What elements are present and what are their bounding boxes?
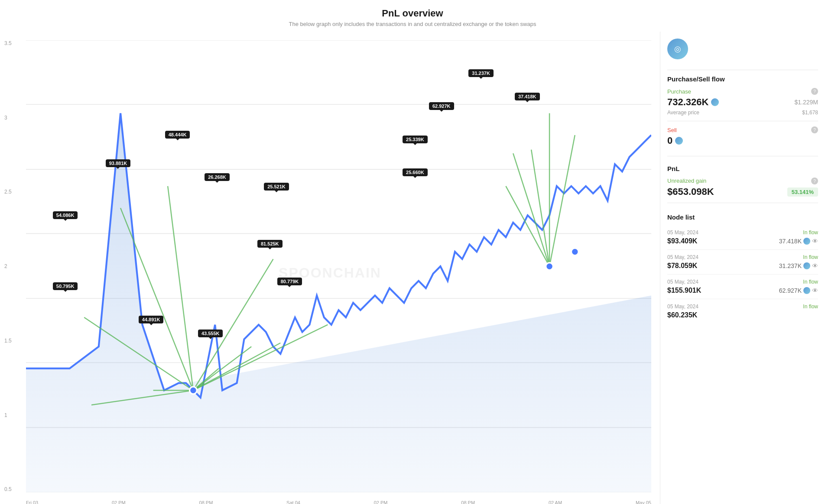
node-eye-icon-1[interactable]: 👁 bbox=[812, 238, 818, 245]
node-amount-row-1: $93.409K 37.418K 👁 bbox=[667, 237, 818, 245]
y-label-25: 2.5 bbox=[4, 189, 12, 195]
pnl-amount: $653.098K bbox=[667, 186, 714, 197]
y-axis-labels: 3.5 3 2.5 2 1.5 1 0.5 bbox=[4, 40, 12, 492]
page-title: PnL overview bbox=[0, 8, 825, 19]
x-label-sat04: Sat 04 bbox=[286, 500, 300, 504]
pnl-help-icon[interactable]: ? bbox=[811, 178, 818, 184]
node-date-row-3: 05 May, 2024 In flow bbox=[667, 279, 818, 285]
purchase-token-badge bbox=[711, 98, 719, 106]
avg-price-row: Average price $1,678 bbox=[667, 110, 818, 116]
x-label-2pm: 02 PM bbox=[112, 500, 126, 504]
y-label-05: 0.5 bbox=[4, 486, 12, 492]
x-label-may05: May 05 bbox=[636, 500, 651, 504]
node-item-4: 05 May, 2024 In flow $60.235K bbox=[667, 299, 818, 323]
node-token-badge-2 bbox=[803, 262, 810, 269]
x-label-2pm2: 02 PM bbox=[374, 500, 388, 504]
node-flow-2: In flow bbox=[803, 254, 818, 260]
node-amount-row-3: $155.901K 62.927K 👁 bbox=[667, 287, 818, 294]
node-flow-1: In flow bbox=[803, 229, 818, 236]
page-subtitle: The below graph only includes the transa… bbox=[0, 21, 825, 27]
purchase-amount: 732.326K bbox=[667, 97, 719, 108]
node-usd-3: $155.901K bbox=[667, 287, 701, 294]
sell-token-badge bbox=[675, 137, 683, 145]
node-eye-icon-3[interactable]: 👁 bbox=[812, 287, 818, 294]
sell-section: Sell ? 0 bbox=[667, 126, 818, 146]
x-label-8pm: 08 PM bbox=[199, 500, 213, 504]
chart-area: 3.5 3 2.5 2 1.5 1 0.5 SPOONCHAIN bbox=[0, 32, 660, 504]
node-date-4: 05 May, 2024 bbox=[667, 304, 698, 310]
svg-point-26 bbox=[546, 263, 553, 270]
svg-point-27 bbox=[571, 248, 578, 255]
sell-help-icon[interactable]: ? bbox=[811, 126, 818, 133]
divider-pnl bbox=[667, 156, 818, 156]
pnl-badge: 53.141% bbox=[787, 187, 818, 197]
avg-price-label: Average price bbox=[667, 110, 699, 116]
page-header: PnL overview The below graph only includ… bbox=[0, 0, 825, 32]
purchase-sell-section: Purchase/Sell flow Purchase ? 732.326K $… bbox=[667, 75, 818, 151]
node-usd-2: $78.059K bbox=[667, 262, 697, 270]
node-item-1: 05 May, 2024 In flow $93.409K 37.418K 👁 bbox=[667, 225, 818, 250]
pnl-title: PnL bbox=[667, 165, 818, 172]
node-date-row-1: 05 May, 2024 In flow bbox=[667, 229, 818, 236]
node-token-2: 31.237K 👁 bbox=[779, 262, 818, 269]
avatar: ◎ bbox=[667, 39, 688, 59]
sell-label: Sell ? bbox=[667, 126, 818, 133]
node-date-3: 05 May, 2024 bbox=[667, 279, 698, 285]
node-list-title: Node list bbox=[667, 213, 818, 221]
x-label-fri03: Fri 03 bbox=[26, 500, 38, 504]
x-label-8pm2: 08 PM bbox=[461, 500, 475, 504]
purchase-section: Purchase ? 732.326K $1.229M Average pric… bbox=[667, 88, 818, 116]
purchase-amount-row: 732.326K $1.229M bbox=[667, 97, 818, 108]
node-eye-icon-2[interactable]: 👁 bbox=[812, 262, 818, 269]
unrealized-label: Unrealized gain ? bbox=[667, 178, 818, 184]
node-list-section: Node list 05 May, 2024 In flow $93.409K … bbox=[667, 213, 818, 323]
purchase-usd: $1.229M bbox=[795, 99, 818, 106]
main-content: 3.5 3 2.5 2 1.5 1 0.5 SPOONCHAIN bbox=[0, 32, 825, 504]
x-axis-labels: Fri 03 02 PM 08 PM Sat 04 02 PM 08 PM 02… bbox=[26, 500, 651, 504]
sidebar: ◎ Purchase/Sell flow Purchase ? 732.326K… bbox=[660, 32, 825, 504]
node-flow-3: In flow bbox=[803, 279, 818, 285]
divider-1 bbox=[667, 70, 818, 70]
purchase-sell-title: Purchase/Sell flow bbox=[667, 75, 818, 83]
svg-point-25 bbox=[190, 387, 197, 394]
divider-sell bbox=[667, 121, 818, 121]
avatar-icon: ◎ bbox=[674, 44, 681, 54]
y-label-35: 3.5 bbox=[4, 40, 12, 46]
node-item-2: 05 May, 2024 In flow $78.059K 31.237K 👁 bbox=[667, 250, 818, 275]
node-usd-1: $93.409K bbox=[667, 237, 697, 245]
y-label-15: 1.5 bbox=[4, 338, 12, 344]
node-date-1: 05 May, 2024 bbox=[667, 229, 698, 236]
purchase-help-icon[interactable]: ? bbox=[811, 88, 818, 95]
chart-container: 3.5 3 2.5 2 1.5 1 0.5 SPOONCHAIN bbox=[0, 36, 660, 504]
y-label-1: 1 bbox=[4, 412, 12, 418]
node-date-row-4: 05 May, 2024 In flow bbox=[667, 304, 818, 310]
node-usd-4: $60.235K bbox=[667, 311, 697, 319]
sell-amount: 0 bbox=[667, 135, 818, 146]
x-label-2am: 02 AM bbox=[549, 500, 562, 504]
divider-nodelist bbox=[667, 203, 818, 203]
avg-price-value: $1,678 bbox=[802, 110, 818, 116]
y-label-2: 2 bbox=[4, 263, 12, 269]
chart-svg bbox=[26, 40, 651, 492]
node-flow-4: In flow bbox=[803, 304, 818, 310]
node-token-1: 37.418K 👁 bbox=[779, 238, 818, 245]
node-item-3: 05 May, 2024 In flow $155.901K 62.927K 👁 bbox=[667, 275, 818, 299]
svg-marker-8 bbox=[26, 113, 651, 492]
node-amount-row-4: $60.235K bbox=[667, 311, 818, 319]
node-token-badge-3 bbox=[803, 287, 810, 294]
purchase-label: Purchase ? bbox=[667, 88, 818, 95]
pnl-section: PnL Unrealized gain ? $653.098K 53.141% bbox=[667, 165, 818, 197]
node-token-badge-1 bbox=[803, 238, 810, 245]
pnl-row: $653.098K 53.141% bbox=[667, 186, 818, 197]
node-amount-row-2: $78.059K 31.237K 👁 bbox=[667, 262, 818, 270]
y-label-3: 3 bbox=[4, 115, 12, 121]
node-token-3: 62.927K 👁 bbox=[779, 287, 818, 294]
node-date-row-2: 05 May, 2024 In flow bbox=[667, 254, 818, 260]
node-date-2: 05 May, 2024 bbox=[667, 254, 698, 260]
